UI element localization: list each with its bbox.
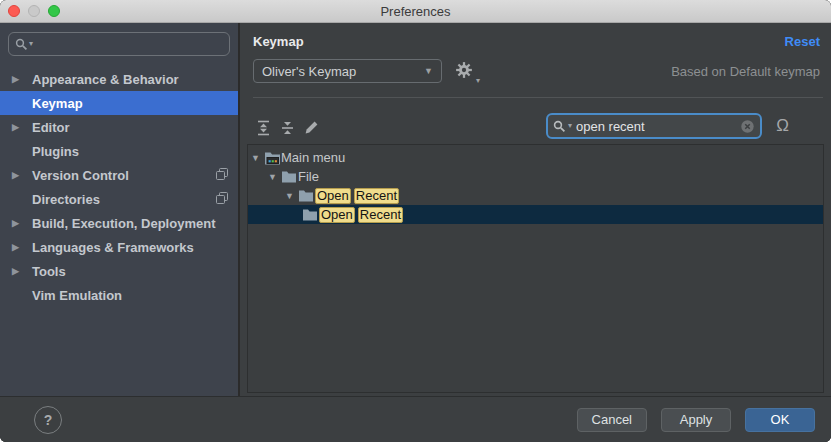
cancel-button[interactable]: Cancel [577, 408, 647, 432]
keymap-search-input[interactable] [574, 118, 738, 135]
sidebar-item-label: Appearance & Behavior [32, 72, 179, 87]
find-by-shortcut-button[interactable]: Ω [776, 116, 789, 136]
keymap-search-box[interactable]: ▾ [546, 113, 762, 139]
sidebar-item-label: Plugins [32, 144, 79, 159]
expand-arrow-icon[interactable]: ▶ [12, 122, 32, 132]
sidebar-item-appearance-behavior[interactable]: ▶ Appearance & Behavior [0, 67, 238, 91]
sidebar-item-editor[interactable]: ▶ Editor [0, 115, 238, 139]
tree-row-main-menu[interactable]: ▼ Main menu [248, 148, 823, 167]
minimize-button [28, 5, 40, 17]
keymap-toolbar [255, 119, 320, 136]
chevron-down-icon: ▼ [424, 66, 433, 76]
folder-icon [281, 170, 298, 183]
project-settings-icon [216, 168, 228, 183]
expand-arrow-icon[interactable]: ▶ [12, 170, 32, 180]
collapse-all-icon [280, 120, 295, 136]
sidebar-search-box[interactable]: ▾ [8, 32, 230, 56]
tree-row-file[interactable]: ▼ File [248, 167, 823, 186]
expand-arrow-icon[interactable]: ▶ [12, 242, 32, 252]
expand-arrow-icon[interactable]: ▶ [12, 218, 32, 228]
question-icon: ? [44, 412, 53, 428]
match-highlight: Open [319, 207, 355, 223]
sidebar-item-label: Directories [32, 192, 100, 207]
sidebar-item-keymap[interactable]: Keymap [0, 91, 238, 115]
tree-row-open-recent-selected[interactable]: Open Recent [248, 205, 823, 224]
sidebar-item-label: Editor [32, 120, 70, 135]
preferences-window: Preferences ▾ ▶ Appearance & Behavior Ke… [0, 0, 831, 442]
keymap-options-button[interactable]: ▾ [455, 61, 477, 83]
actions-tree: ▼ Main menu ▼ File ▼ [247, 144, 824, 393]
sidebar-item-label: Version Control [32, 168, 129, 183]
sidebar-item-languages-frameworks[interactable]: ▶ Languages & Frameworks [0, 235, 238, 259]
search-icon [15, 38, 28, 51]
sidebar-item-label: Keymap [32, 96, 83, 111]
zoom-button[interactable] [48, 5, 60, 17]
keymap-panel: Keymap Reset Oliver's Keymap ▼ ▾ [240, 23, 831, 396]
help-button[interactable]: ? [34, 406, 62, 434]
match-highlight: Recent [358, 207, 403, 223]
keymap-select[interactable]: Oliver's Keymap ▼ [253, 59, 442, 83]
sidebar-item-label: Build, Execution, Deployment [32, 216, 215, 231]
pencil-icon [304, 120, 319, 135]
edit-shortcut-button[interactable] [303, 119, 320, 136]
expand-arrow-icon[interactable]: ▶ [12, 74, 32, 84]
sidebar-item-label: Vim Emulation [32, 288, 122, 303]
collapse-all-button[interactable] [279, 119, 296, 136]
sidebar-item-plugins[interactable]: Plugins [0, 139, 238, 163]
tree-label: File [298, 169, 319, 184]
sidebar-search-input[interactable] [34, 36, 223, 53]
close-icon [740, 119, 755, 134]
sidebar-item-tools[interactable]: ▶ Tools [0, 259, 238, 283]
titlebar: Preferences [0, 0, 831, 23]
clear-search-button[interactable] [740, 119, 755, 134]
search-options-chevron-icon[interactable]: ▾ [568, 122, 572, 130]
sidebar-item-directories[interactable]: Directories [0, 187, 238, 211]
tree-row-open-recent[interactable]: ▼ Open Recent [248, 186, 823, 205]
based-on-label: Based on Default keymap [671, 64, 820, 79]
collapse-toggle-icon[interactable]: ▼ [268, 172, 281, 182]
match-highlight: Recent [354, 188, 399, 204]
sidebar-item-version-control[interactable]: ▶ Version Control [0, 163, 238, 187]
window-title: Preferences [0, 4, 831, 19]
sidebar-item-label: Languages & Frameworks [32, 240, 194, 255]
expand-all-button[interactable] [255, 119, 272, 136]
gear-caret-icon: ▾ [476, 76, 480, 85]
apply-button[interactable]: Apply [661, 408, 731, 432]
sidebar-item-vim-emulation[interactable]: Vim Emulation [0, 283, 238, 307]
expand-arrow-icon[interactable]: ▶ [12, 266, 32, 276]
page-title: Keymap [253, 34, 304, 49]
close-button[interactable] [8, 5, 20, 17]
search-icon [553, 120, 566, 133]
match-highlight: Open [315, 188, 351, 204]
project-settings-icon [216, 192, 228, 207]
header-separator [253, 97, 823, 98]
sidebar-item-build-execution-deployment[interactable]: ▶ Build, Execution, Deployment [0, 211, 238, 235]
reset-link[interactable]: Reset [785, 34, 820, 49]
folder-icon [302, 208, 319, 221]
tree-label: Main menu [281, 150, 345, 165]
keymap-select-value: Oliver's Keymap [262, 64, 356, 79]
dialog-footer: ? Cancel Apply OK [0, 396, 831, 442]
sidebar-item-label: Tools [32, 264, 66, 279]
collapse-toggle-icon[interactable]: ▼ [285, 191, 298, 201]
search-options-chevron-icon[interactable]: ▾ [29, 40, 33, 48]
expand-all-icon [256, 120, 271, 136]
settings-sidebar: ▾ ▶ Appearance & Behavior Keymap ▶ Edito… [0, 23, 240, 396]
collapse-toggle-icon[interactable]: ▼ [251, 153, 264, 163]
gear-icon [455, 61, 473, 79]
folder-icon [298, 189, 315, 202]
main-menu-icon [264, 151, 281, 165]
ok-button[interactable]: OK [745, 408, 815, 432]
